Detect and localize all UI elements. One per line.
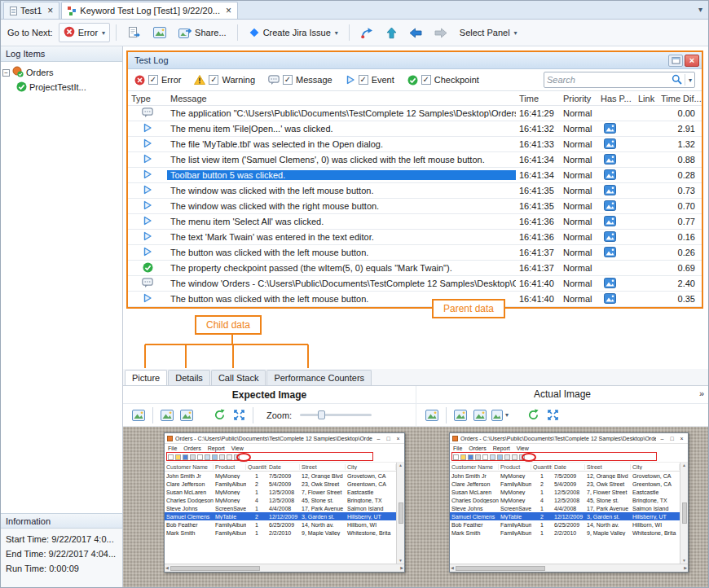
log-row[interactable]: The list view item ('Samuel Clemens', 0)… — [128, 152, 702, 168]
search-options-chevron-icon[interactable]: ▾ — [689, 77, 692, 84]
image-menu-icon[interactable]: ▾ — [491, 406, 509, 424]
back-button[interactable] — [404, 24, 427, 42]
tab-performance-counters[interactable]: Performance Counters — [266, 370, 372, 385]
search-input[interactable] — [547, 75, 672, 85]
fit-to-window-icon[interactable] — [230, 406, 248, 424]
picture-icon[interactable] — [604, 169, 616, 182]
more-buttons-chevron-icon[interactable]: » — [699, 388, 704, 398]
column-header-link[interactable]: Link — [635, 94, 658, 103]
picture-icon[interactable] — [604, 247, 616, 259]
filter-message-checkbox[interactable]: ✓ — [283, 75, 293, 85]
tab-test1[interactable]: Test1 × — [3, 2, 59, 19]
document-list-chevron-icon[interactable]: ▾ — [698, 5, 702, 14]
row-time: 16:41:36 — [516, 232, 560, 242]
column-header-time-dif[interactable]: Time Dif... — [658, 94, 702, 103]
view-expected-icon[interactable] — [158, 406, 176, 424]
filter-error-label: Error — [161, 75, 181, 85]
log-row[interactable]: The button was clicked with the left mou… — [128, 292, 702, 307]
zoom-slider[interactable] — [300, 414, 372, 416]
log-row[interactable]: The window 'Orders - C:\Users\Public\Doc… — [128, 276, 702, 292]
picture-icon[interactable] — [604, 154, 616, 166]
view-actual-icon[interactable] — [178, 406, 196, 424]
save-log-button[interactable] — [148, 24, 171, 42]
scroll-up-icon: ▲ — [682, 463, 686, 467]
search-icon[interactable] — [672, 74, 682, 86]
tree-item-orders[interactable]: −Orders — [2, 65, 121, 80]
orders-grid: Customer NameProductQuantityDateStreetCi… — [450, 463, 688, 564]
copy-log-button[interactable] — [122, 23, 146, 42]
close-tab-icon[interactable]: × — [47, 7, 53, 15]
tree-item-project-test-item[interactable]: ProjectTestIt... — [2, 80, 121, 94]
refresh-icon[interactable] — [210, 406, 228, 424]
picture-icon[interactable] — [604, 123, 616, 135]
collapse-icon[interactable]: − — [2, 69, 10, 77]
view-actual-icon[interactable] — [471, 406, 489, 424]
copy-image-icon[interactable] — [130, 406, 148, 424]
maximize-icon: □ — [668, 436, 676, 441]
forward-button[interactable] — [429, 24, 452, 42]
orders-window-titlebar: Orders - C:\Users\Public\Documents\TestC… — [450, 433, 688, 444]
grid-cell: 12/5/2008 — [553, 489, 585, 495]
toolbar-icon — [453, 454, 459, 460]
picture-icon[interactable] — [604, 216, 616, 228]
zoom-slider-thumb[interactable] — [318, 410, 325, 419]
grid-cell: Salmon Island — [346, 506, 396, 511]
row-time-diff: 0.88 — [658, 155, 702, 165]
picture-icon[interactable] — [604, 200, 616, 213]
tab-call-stack[interactable]: Call Stack — [211, 370, 266, 385]
log-row[interactable]: The window was clicked with the right mo… — [128, 199, 702, 214]
go-to-next-error-button[interactable]: Error ▾ — [59, 23, 110, 42]
filter-error-checkbox[interactable]: ✓ — [148, 75, 158, 85]
log-row[interactable]: The button was clicked with the left mou… — [128, 245, 702, 261]
copy-image-icon[interactable] — [423, 406, 441, 424]
filter-message-label: Message — [296, 75, 332, 85]
filter-event-checkbox[interactable]: ✓ — [359, 75, 368, 85]
image-compare-area[interactable]: Orders - C:\Users\Public\Documents\TestC… — [123, 427, 708, 587]
column-header-message[interactable]: Message — [167, 94, 516, 103]
picture-icon[interactable] — [604, 185, 616, 197]
view-expected-icon[interactable] — [451, 406, 469, 424]
row-type-cell — [128, 169, 167, 181]
picture-icon[interactable] — [604, 138, 616, 151]
picture-icon[interactable] — [604, 231, 616, 244]
log-row[interactable]: The menu item 'Select All' was clicked.1… — [128, 214, 702, 230]
column-header-time[interactable]: Time — [516, 94, 560, 103]
filter-warning-checkbox[interactable]: ✓ — [209, 75, 218, 85]
actual-image[interactable]: Orders - C:\Users\Public\Documents\TestC… — [449, 432, 689, 573]
column-header-has-p[interactable]: Has P... — [597, 94, 635, 103]
log-row[interactable]: The property checkpoint passed (the wIte… — [128, 261, 702, 276]
float-panel-button[interactable] — [668, 55, 683, 67]
picture-icon[interactable] — [604, 293, 616, 305]
row-time-diff: 0.70 — [658, 201, 702, 211]
jump-to-source-button[interactable] — [355, 24, 379, 42]
fit-to-window-icon[interactable] — [544, 406, 561, 424]
up-one-level-button[interactable] — [381, 24, 402, 42]
tab-keyword-test-log[interactable]: Keyword Test Log [Test1] 9/22/20... × — [61, 2, 238, 19]
close-panel-button[interactable]: × — [685, 55, 699, 67]
share-button[interactable]: Share... — [174, 24, 231, 42]
log-row[interactable]: The text 'Mark Twain' was entered in the… — [128, 230, 702, 245]
log-row[interactable]: The file 'MyTable.tbl' was selected in t… — [128, 137, 702, 152]
log-row[interactable]: The menu item 'File|Open...' was clicked… — [128, 121, 702, 137]
column-header-type[interactable]: Type — [128, 94, 167, 103]
log-row[interactable]: The window was clicked with the left mou… — [128, 183, 702, 199]
grid-main: Customer NameProductQuantityDateStreetCi… — [450, 463, 680, 564]
tab-picture[interactable]: Picture — [125, 370, 167, 385]
refresh-icon[interactable] — [524, 406, 542, 424]
checkpoint-icon — [143, 262, 153, 274]
log-row[interactable]: The application "C:\Users\Public\Documen… — [128, 106, 702, 121]
picture-icon[interactable] — [604, 278, 616, 290]
chevron-down-icon: ▾ — [514, 29, 517, 37]
row-type-cell — [128, 108, 167, 120]
close-tab-icon[interactable]: × — [226, 7, 231, 15]
create-jira-issue-button[interactable]: Create Jira Issue ▾ — [244, 24, 343, 42]
grid-cell: 12/5/2008 — [267, 489, 300, 495]
grid-cell: 6/25/2009 — [267, 522, 300, 528]
select-panel-button[interactable]: Select Panel ▾ — [455, 24, 522, 41]
tab-details[interactable]: Details — [168, 370, 210, 385]
row-priority: Normal — [560, 263, 597, 273]
filter-checkpoint-checkbox[interactable]: ✓ — [421, 75, 431, 85]
expected-image[interactable]: Orders - C:\Users\Public\Documents\TestC… — [164, 432, 405, 573]
log-row[interactable]: Toolbar button 5 was clicked.16:41:34Nor… — [128, 168, 702, 183]
column-header-priority[interactable]: Priority — [560, 94, 597, 103]
